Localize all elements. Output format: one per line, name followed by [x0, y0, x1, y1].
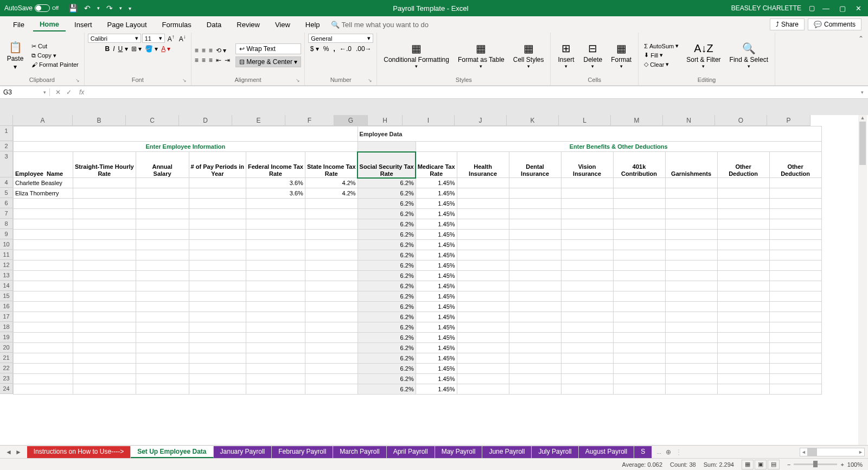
data-cell[interactable]: [14, 199, 73, 209]
data-cell[interactable]: [561, 291, 613, 302]
name-box[interactable]: G3▾: [0, 88, 50, 96]
data-cell[interactable]: [561, 302, 613, 312]
copy-button[interactable]: ⧉Copy ▾: [29, 52, 81, 60]
data-cell[interactable]: [73, 384, 136, 395]
data-cell[interactable]: [457, 188, 509, 199]
page-break-view-icon[interactable]: ▤: [768, 460, 780, 469]
data-cell[interactable]: [305, 209, 358, 219]
data-cell[interactable]: [136, 384, 189, 395]
data-cell[interactable]: [509, 353, 561, 364]
data-cell[interactable]: [613, 240, 665, 250]
data-cell[interactable]: [14, 384, 73, 395]
data-cell[interactable]: [73, 374, 136, 384]
column-header-cell[interactable]: # of Pay Periods inYear: [189, 152, 246, 178]
data-cell[interactable]: [189, 209, 246, 219]
data-cell[interactable]: [305, 199, 358, 209]
data-cell[interactable]: [246, 199, 305, 209]
data-cell[interactable]: 6.2%: [358, 281, 416, 291]
data-cell[interactable]: [457, 261, 509, 271]
data-cell[interactable]: [73, 230, 136, 240]
data-cell[interactable]: 1.45%: [416, 302, 457, 312]
column-header[interactable]: D: [179, 115, 232, 126]
bold-button[interactable]: B: [105, 45, 110, 53]
data-cell[interactable]: [457, 384, 509, 395]
data-cell[interactable]: [769, 250, 821, 261]
data-cell[interactable]: 3.6%: [246, 178, 305, 188]
align-left-icon[interactable]: ≡: [195, 56, 199, 64]
data-cell[interactable]: [246, 384, 305, 395]
data-cell[interactable]: 6.2%: [358, 322, 416, 333]
sheet-title[interactable]: Employee Data: [358, 126, 821, 142]
data-cell[interactable]: 6.2%: [358, 240, 416, 250]
data-cell[interactable]: [613, 291, 665, 302]
data-cell[interactable]: 1.45%: [416, 178, 457, 188]
data-cell[interactable]: [14, 209, 73, 219]
data-cell[interactable]: [305, 374, 358, 384]
data-cell[interactable]: [305, 333, 358, 343]
data-cell[interactable]: [665, 250, 717, 261]
data-cell[interactable]: [189, 384, 246, 395]
data-cell[interactable]: 1.45%: [416, 240, 457, 250]
column-header-cell[interactable]: Medicare TaxRate: [416, 152, 457, 178]
data-cell[interactable]: 6.2%: [358, 209, 416, 219]
data-cell[interactable]: [246, 230, 305, 240]
data-cell[interactable]: [509, 302, 561, 312]
data-cell[interactable]: [665, 240, 717, 250]
data-cell[interactable]: [189, 178, 246, 188]
tab-data[interactable]: Data: [200, 18, 228, 31]
data-cell[interactable]: [613, 322, 665, 333]
data-cell[interactable]: [561, 353, 613, 364]
sheet-tab[interactable]: July Payroll: [532, 446, 578, 458]
data-cell[interactable]: [769, 302, 821, 312]
data-cell[interactable]: [769, 271, 821, 281]
data-cell[interactable]: [509, 312, 561, 322]
vertical-scrollbar[interactable]: ▲: [858, 115, 867, 445]
data-cell[interactable]: 3.6%: [246, 188, 305, 199]
spreadsheet-grid[interactable]: Employee DataEnter Employee InformationE…: [13, 126, 822, 395]
section-header[interactable]: Enter Benefits & Other Deductions: [416, 142, 821, 152]
clear-button[interactable]: ◇Clear ▾: [642, 60, 681, 68]
data-cell[interactable]: [509, 322, 561, 333]
data-cell[interactable]: [769, 209, 821, 219]
data-cell[interactable]: [189, 322, 246, 333]
data-cell[interactable]: [509, 333, 561, 343]
data-cell[interactable]: [509, 343, 561, 353]
wrap-text-button[interactable]: ↩ Wrap Text: [235, 43, 301, 54]
data-cell[interactable]: [305, 230, 358, 240]
data-cell[interactable]: [246, 240, 305, 250]
data-cell[interactable]: [561, 199, 613, 209]
column-header-cell[interactable]: Federal Income TaxRate: [246, 152, 305, 178]
data-cell[interactable]: [73, 188, 136, 199]
column-header-cell[interactable]: OtherDeduction: [717, 152, 769, 178]
align-top-icon[interactable]: ≡: [195, 47, 199, 54]
number-format-select[interactable]: General▾: [308, 34, 373, 43]
data-cell[interactable]: [613, 271, 665, 281]
row-header[interactable]: 13: [0, 270, 13, 281]
expand-formula-bar-icon[interactable]: ▾: [857, 90, 868, 95]
sheet-tab[interactable]: January Payroll: [214, 446, 272, 458]
data-cell[interactable]: [665, 199, 717, 209]
row-header[interactable]: 3: [0, 151, 13, 177]
row-header[interactable]: 4: [0, 177, 13, 188]
data-cell[interactable]: 6.2%: [358, 199, 416, 209]
data-cell[interactable]: [561, 178, 613, 188]
data-cell[interactable]: [769, 281, 821, 291]
data-cell[interactable]: 6.2%: [358, 178, 416, 188]
column-header[interactable]: N: [663, 115, 715, 126]
data-cell[interactable]: [136, 333, 189, 343]
row-header[interactable]: 14: [0, 281, 13, 291]
data-cell[interactable]: [769, 178, 821, 188]
data-cell[interactable]: 1.45%: [416, 322, 457, 333]
data-cell[interactable]: [136, 230, 189, 240]
undo-dropdown-icon[interactable]: ▾: [97, 5, 100, 11]
data-cell[interactable]: 4.2%: [305, 188, 358, 199]
data-cell[interactable]: [14, 261, 73, 271]
column-header[interactable]: G: [334, 115, 368, 126]
data-cell[interactable]: [561, 188, 613, 199]
data-cell[interactable]: 4.2%: [305, 178, 358, 188]
sheet-tab[interactable]: April Payroll: [387, 446, 435, 458]
data-cell[interactable]: 6.2%: [358, 374, 416, 384]
sheet-tab[interactable]: Set Up Employee Data: [131, 446, 213, 458]
data-cell[interactable]: [246, 250, 305, 261]
data-cell[interactable]: [246, 271, 305, 281]
